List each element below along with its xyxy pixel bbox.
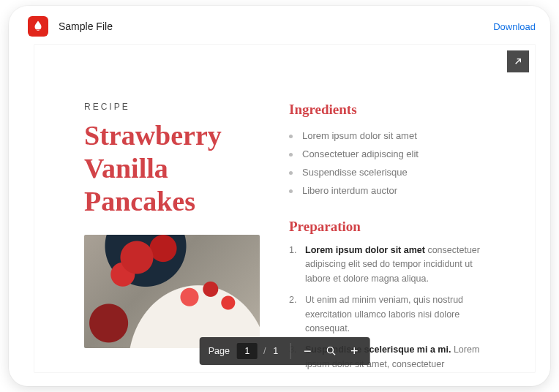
download-link[interactable]: Download	[493, 21, 536, 32]
left-column: RECIPE Strawberry Vanilla Pancakes	[84, 102, 260, 373]
svg-point-0	[327, 347, 333, 353]
step-emphasis: Lorem ipsum dolor sit amet	[305, 245, 425, 255]
preparation-heading: Preparation	[289, 219, 498, 235]
page-separator: /	[263, 346, 266, 356]
minus-icon: −	[304, 344, 312, 358]
kicker-label: RECIPE	[84, 102, 260, 112]
page-label: Page	[209, 346, 230, 356]
page-number-input[interactable]	[237, 343, 258, 359]
ingredients-heading: Ingredients	[289, 102, 498, 118]
zoom-in-button[interactable]: +	[345, 342, 364, 361]
recipe-photo	[84, 235, 260, 348]
list-item: Ut enim ad minim veniam, quis nostrud ex…	[289, 293, 498, 343]
list-item: Libero interdum auctor	[289, 181, 498, 200]
header-bar: Sample File Download	[9, 6, 550, 44]
zoom-reset-button[interactable]	[321, 342, 340, 361]
pdf-viewer-frame: Sample File Download RECIPE Strawberry V…	[9, 6, 550, 386]
list-item: Suspendisse scelerisque	[289, 163, 498, 181]
pdf-icon	[28, 16, 48, 37]
document-viewport: RECIPE Strawberry Vanilla Pancakes Ingre…	[34, 44, 536, 373]
page-total: 1	[273, 346, 278, 356]
magnifier-icon	[325, 345, 337, 357]
list-item: Lorem ipsum dolor sit amet	[289, 127, 498, 145]
ingredients-list: Lorem ipsum dolor sit amet Consectetuer …	[289, 127, 498, 200]
zoom-out-button[interactable]: −	[298, 342, 317, 361]
list-item: Lorem ipsum dolor sit amet consectetuer …	[289, 244, 498, 293]
expand-button[interactable]	[507, 50, 529, 72]
toolbar-divider	[290, 343, 290, 359]
right-column: Ingredients Lorem ipsum dolor sit amet C…	[289, 102, 498, 373]
plus-icon: +	[350, 344, 359, 358]
list-item: Consectetuer adipiscing elit	[289, 145, 498, 163]
document-page: RECIPE Strawberry Vanilla Pancakes Ingre…	[34, 45, 535, 373]
page-toolbar: Page / 1 − +	[200, 337, 370, 365]
step-text: Ut enim ad minim veniam, quis nostrud ex…	[305, 295, 463, 333]
file-title: Sample File	[59, 20, 113, 32]
recipe-title: Strawberry Vanilla Pancakes	[84, 119, 260, 217]
expand-icon	[512, 56, 524, 67]
